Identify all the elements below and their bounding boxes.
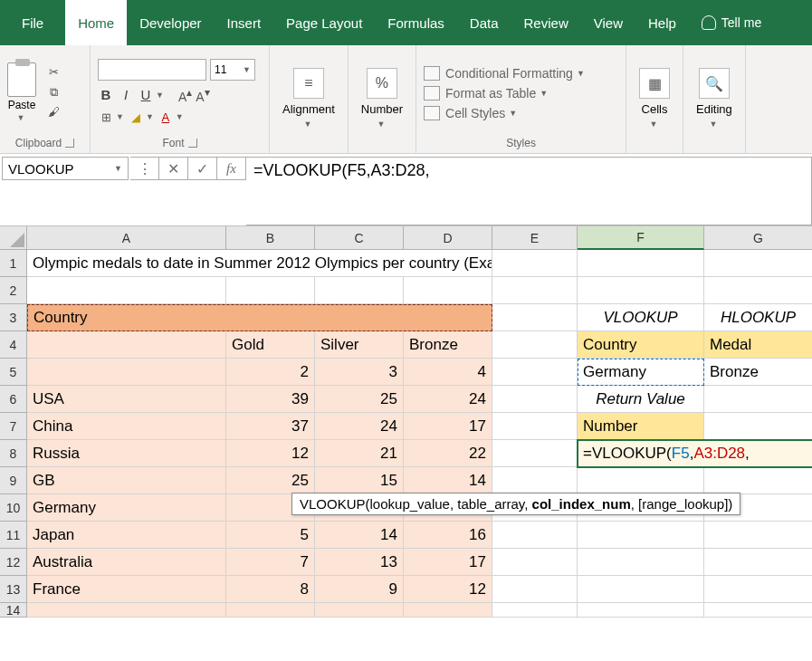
cell[interactable] — [704, 386, 812, 413]
cell[interactable] — [315, 603, 404, 618]
row-header[interactable]: 4 — [0, 331, 27, 359]
cell[interactable] — [578, 603, 704, 618]
tab-data[interactable]: Data — [457, 0, 511, 45]
cancel-button[interactable]: ✕ — [159, 157, 188, 180]
cell[interactable]: Country — [578, 331, 704, 359]
cell[interactable]: Country — [27, 304, 492, 331]
tab-home[interactable]: Home — [65, 0, 127, 45]
font-size-combo[interactable]: 11▼ — [210, 59, 255, 81]
row-header[interactable]: 12 — [0, 549, 27, 576]
insert-function-button[interactable]: fx — [217, 157, 246, 180]
cell[interactable] — [704, 277, 812, 304]
tab-insert[interactable]: Insert — [215, 0, 274, 45]
cell[interactable]: Return Value — [578, 386, 704, 413]
cell[interactable]: Japan — [27, 522, 226, 549]
col-header[interactable]: A — [27, 226, 226, 250]
dialog-launcher-icon[interactable] — [65, 139, 74, 148]
cell[interactable]: Bronze — [404, 331, 492, 359]
cell[interactable] — [578, 277, 704, 304]
cell[interactable] — [578, 549, 704, 576]
cell[interactable]: 2 — [226, 359, 315, 386]
cell[interactable] — [492, 386, 578, 413]
col-header[interactable]: D — [404, 226, 492, 250]
paste-button[interactable]: Paste ▼ — [7, 62, 36, 122]
cell[interactable] — [704, 413, 812, 440]
cell[interactable] — [492, 522, 578, 549]
tab-developer[interactable]: Developer — [127, 0, 214, 45]
cell[interactable] — [492, 576, 578, 603]
cell[interactable] — [492, 467, 578, 494]
dialog-launcher-icon[interactable] — [188, 139, 197, 148]
cut-button[interactable]: ✂ — [45, 64, 62, 81]
tell-me[interactable]: Tell me — [693, 15, 770, 30]
cell[interactable] — [27, 603, 226, 618]
cell[interactable]: France — [27, 576, 226, 603]
cell[interactable] — [704, 576, 812, 603]
font-name-combo[interactable] — [98, 59, 206, 81]
grow-font-button[interactable]: A▴ — [178, 86, 192, 104]
cell[interactable] — [27, 277, 226, 304]
cell[interactable] — [492, 413, 578, 440]
editing-button[interactable]: 🔍 Editing ▼ — [691, 64, 738, 132]
cell[interactable] — [492, 603, 578, 618]
cell[interactable] — [27, 359, 226, 386]
tab-review[interactable]: Review — [511, 0, 581, 45]
cell[interactable]: 4 — [404, 359, 492, 386]
row-header[interactable]: 13 — [0, 576, 27, 603]
row-header[interactable]: 6 — [0, 386, 27, 413]
cell[interactable]: 8 — [226, 576, 315, 603]
cell[interactable] — [492, 304, 578, 331]
enter-button[interactable]: ✓ — [188, 157, 217, 180]
copy-button[interactable]: ⧉ — [45, 84, 62, 101]
cell[interactable]: USA — [27, 386, 226, 413]
cell[interactable]: VLOOKUP — [578, 304, 704, 331]
cell[interactable]: 21 — [315, 440, 404, 467]
cell[interactable]: 14 — [404, 467, 492, 494]
fill-color-button[interactable]: ◢ — [128, 109, 144, 125]
cell[interactable] — [704, 603, 812, 618]
tab-formulas[interactable]: Formulas — [375, 0, 457, 45]
cell[interactable] — [315, 277, 404, 304]
format-painter-button[interactable]: 🖌 — [45, 104, 62, 120]
conditional-formatting-button[interactable]: Conditional Formatting▼ — [424, 66, 585, 81]
italic-button[interactable]: I — [118, 87, 134, 102]
cell[interactable]: GB — [27, 467, 226, 494]
underline-button[interactable]: U — [138, 87, 154, 102]
cell[interactable] — [492, 440, 578, 467]
row-header[interactable]: 5 — [0, 359, 27, 386]
row-header[interactable]: 10 — [0, 494, 27, 522]
cell[interactable]: 17 — [404, 413, 492, 440]
tab-view[interactable]: View — [581, 0, 635, 45]
cell[interactable]: 17 — [404, 549, 492, 576]
cell[interactable] — [492, 549, 578, 576]
tab-page-layout[interactable]: Page Layout — [273, 0, 375, 45]
cell[interactable]: 9 — [315, 576, 404, 603]
cells-button[interactable]: ▦ Cells ▼ — [634, 64, 675, 132]
alignment-button[interactable]: ≡ Alignment ▼ — [277, 64, 340, 132]
cell[interactable]: Gold — [226, 331, 315, 359]
row-header[interactable]: 9 — [0, 467, 27, 494]
cell[interactable]: 16 — [404, 522, 492, 549]
cell[interactable]: Bronze — [704, 359, 812, 386]
col-header[interactable]: F — [578, 226, 704, 250]
shrink-font-button[interactable]: A▾ — [196, 86, 209, 104]
cell[interactable]: 24 — [404, 386, 492, 413]
cell[interactable]: China — [27, 413, 226, 440]
cell[interactable]: 37 — [226, 413, 315, 440]
cell[interactable] — [578, 250, 704, 277]
formula-input[interactable]: =VLOOKUP(F5,A3:D28, — [246, 157, 812, 225]
row-header[interactable]: 2 — [0, 277, 27, 304]
cell[interactable]: 22 — [404, 440, 492, 467]
cell[interactable] — [492, 331, 578, 359]
cell[interactable] — [492, 277, 578, 304]
col-header[interactable]: G — [704, 226, 812, 250]
cell[interactable]: Russia — [27, 440, 226, 467]
cell[interactable] — [578, 576, 704, 603]
cell[interactable] — [404, 603, 492, 618]
borders-button[interactable]: ⊞ — [98, 109, 114, 125]
cell[interactable]: 3 — [315, 359, 404, 386]
cell[interactable]: 39 — [226, 386, 315, 413]
cell[interactable]: Medal — [704, 331, 812, 359]
row-header[interactable]: 1 — [0, 250, 27, 277]
row-header[interactable]: 14 — [0, 603, 27, 618]
